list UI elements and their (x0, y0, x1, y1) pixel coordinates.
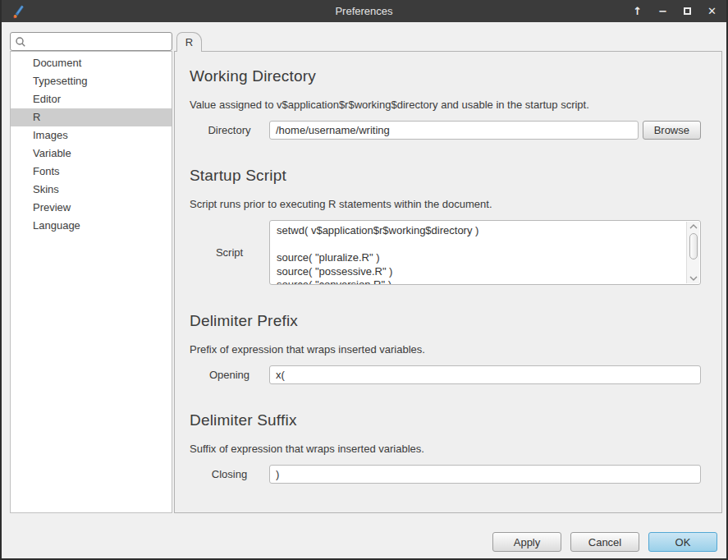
sidebar-item-variable[interactable]: Variable (11, 145, 172, 163)
startup-script-description: Script runs prior to executing R stateme… (190, 198, 701, 210)
script-editor[interactable]: setwd( v$application$r$working$directory… (269, 220, 701, 285)
directory-input[interactable] (269, 121, 639, 140)
sidebar: Document Typesetting Editor R Images Var… (10, 32, 172, 513)
sidebar-item-language[interactable]: Language (11, 217, 172, 235)
dialog-buttons: Apply Cancel OK (492, 532, 717, 552)
window-controls: ↑ − ✕ (633, 6, 717, 16)
sidebar-item-skins[interactable]: Skins (11, 181, 172, 199)
scrollbar-thumb[interactable] (689, 233, 698, 259)
minimize-icon[interactable]: − (658, 6, 667, 16)
sidebar-item-editor[interactable]: Editor (11, 90, 172, 108)
sidebar-item-images[interactable]: Images (11, 126, 172, 145)
preferences-window: Preferences ↑ − ✕ Document Typesetting E… (0, 0, 728, 560)
cancel-button[interactable]: Cancel (570, 532, 639, 552)
script-label: Script (190, 246, 269, 259)
opening-row: Opening (190, 365, 701, 384)
directory-row: Directory Browse (190, 121, 701, 140)
sidebar-item-fonts[interactable]: Fonts (11, 163, 172, 181)
closing-row: Closing (190, 465, 701, 484)
sidebar-item-preview[interactable]: Preview (11, 199, 172, 217)
settings-panel: Working Directory Value assigned to v$ap… (174, 51, 722, 513)
scroll-down-icon[interactable] (689, 276, 698, 281)
app-pen-icon (11, 4, 26, 19)
delimiter-prefix-description: Prefix of expression that wraps inserted… (190, 343, 701, 356)
script-text[interactable]: setwd( v$application$r$working$directory… (277, 224, 682, 284)
closing-input[interactable] (269, 465, 701, 484)
window-title: Preferences (2, 5, 726, 17)
apply-button[interactable]: Apply (492, 532, 561, 552)
sidebar-item-document[interactable]: Document (11, 54, 172, 72)
tab-r[interactable]: R (176, 32, 202, 52)
working-directory-title: Working Directory (190, 67, 701, 85)
opening-label: Opening (190, 369, 269, 381)
scroll-up-icon[interactable] (689, 224, 698, 229)
browse-button[interactable]: Browse (643, 121, 701, 140)
close-icon[interactable]: ✕ (707, 6, 717, 16)
search-icon (15, 36, 26, 48)
delimiter-prefix-title: Delimiter Prefix (190, 312, 701, 330)
titlebar[interactable]: Preferences ↑ − ✕ (2, 0, 726, 22)
delimiter-suffix-title: Delimiter Suffix (190, 411, 701, 429)
directory-label: Directory (190, 124, 269, 136)
working-directory-description: Value assigned to v$application$r$workin… (190, 99, 701, 111)
ok-button[interactable]: OK (648, 532, 717, 552)
script-row: Script setwd( v$application$r$working$di… (190, 220, 701, 285)
search-input[interactable] (26, 35, 167, 48)
maximize-square (684, 7, 691, 15)
sidebar-item-r[interactable]: R (11, 108, 172, 126)
keep-above-icon[interactable]: ↑ (633, 6, 642, 16)
sidebar-item-typesetting[interactable]: Typesetting (11, 72, 172, 90)
sidebar-search-box (10, 32, 172, 51)
delimiter-suffix-description: Suffix of expression that wraps inserted… (190, 443, 701, 455)
opening-input[interactable] (269, 365, 701, 384)
maximize-icon[interactable] (684, 6, 691, 16)
sidebar-nav-list: Document Typesetting Editor R Images Var… (10, 51, 172, 513)
startup-script-title: Startup Script (190, 167, 701, 185)
closing-label: Closing (190, 468, 269, 480)
